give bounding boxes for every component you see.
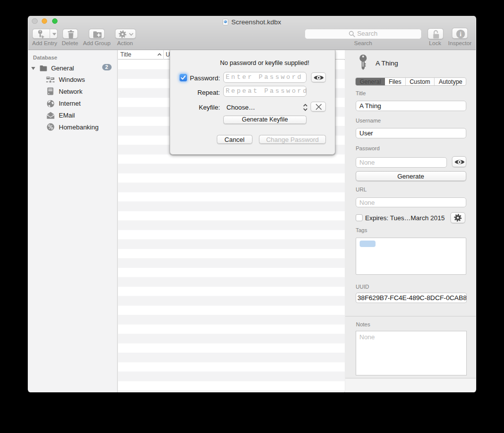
svg-text:i: i <box>459 31 461 38</box>
